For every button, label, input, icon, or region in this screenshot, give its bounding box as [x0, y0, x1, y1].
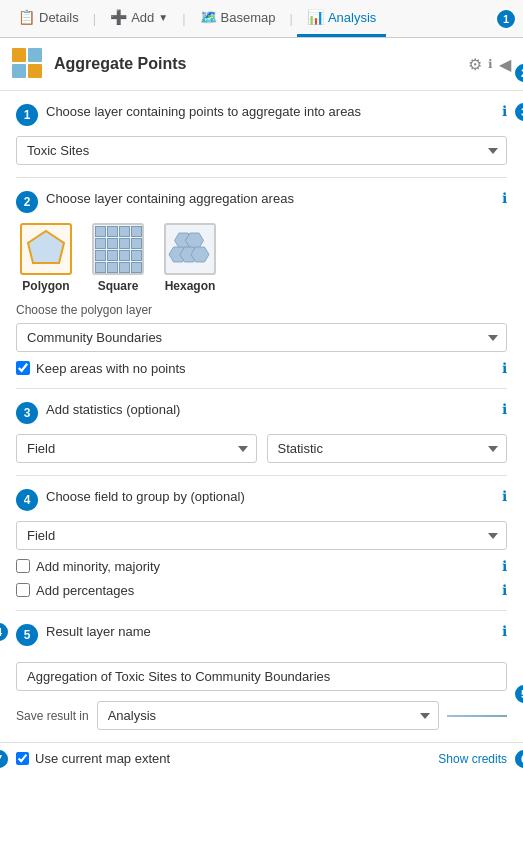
step5-text: Result layer name: [46, 623, 151, 641]
minority-label: Add minority, majority: [36, 559, 160, 574]
back-button[interactable]: ◀: [499, 55, 511, 74]
square-label: Square: [98, 279, 139, 293]
show-credits-link[interactable]: Show credits: [438, 752, 507, 766]
badge-1: 1: [495, 8, 517, 30]
basemap-label: Basemap: [221, 10, 276, 25]
header-actions: ⚙ ℹ ◀: [468, 55, 511, 74]
step2-badge: 2: [16, 191, 38, 213]
step4-info-icon[interactable]: ℹ: [502, 488, 507, 504]
step4-badge: 4: [16, 489, 38, 511]
keep-areas-checkbox[interactable]: [16, 361, 30, 375]
step2-text: Choose layer containing aggregation area…: [46, 190, 294, 208]
percentages-label: Add percentages: [36, 583, 134, 598]
statistic-dropdown[interactable]: Statistic: [267, 434, 508, 463]
section-step1: 1 Choose layer containing points to aggr…: [0, 91, 523, 177]
badge-right-5: 5: [513, 683, 523, 705]
save-dropdown[interactable]: Analysis: [97, 701, 439, 730]
field-dropdown[interactable]: Field: [16, 434, 257, 463]
step3-dropdowns: Field Statistic: [16, 434, 507, 463]
svg-marker-6: [186, 233, 204, 248]
top-nav: 📋 Details | ➕ Add ▼ | 🗺️ Basemap | 📊 Ana…: [0, 0, 523, 38]
save-row: Save result in Analysis: [16, 701, 507, 730]
svg-rect-0: [12, 48, 26, 62]
section-step5: 5 Result layer name ℹ Save result in Ana…: [0, 611, 523, 742]
add-label: Add: [131, 10, 154, 25]
step3-badge: 3: [16, 402, 38, 424]
badge-3: 3: [513, 101, 523, 123]
agg-icons-row: Polygon Square: [16, 223, 507, 293]
step1-dropdown-wrapper: Toxic Sites: [16, 136, 507, 165]
step5-info-icon[interactable]: ℹ: [502, 623, 507, 639]
polygon-option[interactable]: Polygon: [20, 223, 72, 293]
bottom-bar: Use current map extent Show credits 7 6: [0, 742, 523, 774]
percentages-row: Add percentages ℹ: [16, 582, 507, 598]
header-info-icon[interactable]: ℹ: [488, 57, 493, 71]
step2-dropdown[interactable]: Community Boundaries: [16, 323, 507, 352]
percentages-checkbox[interactable]: [16, 583, 30, 597]
step3-text: Add statistics (optional): [46, 401, 180, 419]
keep-areas-info-icon[interactable]: ℹ: [502, 360, 507, 376]
keep-areas-label: Keep areas with no points: [36, 361, 186, 376]
statistic-dropdown-wrapper: Statistic: [267, 434, 508, 463]
step2-info-icon[interactable]: ℹ: [502, 190, 507, 206]
panel-icon: [12, 48, 44, 80]
step1-dropdown[interactable]: Toxic Sites: [16, 136, 507, 165]
analysis-label: Analysis: [328, 10, 376, 25]
section-step2: 2 Choose layer containing aggregation ar…: [0, 178, 523, 388]
minority-info-icon[interactable]: ℹ: [502, 558, 507, 574]
svg-marker-4: [28, 231, 64, 263]
minority-row: Add minority, majority ℹ: [16, 558, 507, 574]
svg-marker-9: [191, 247, 209, 262]
svg-rect-3: [28, 64, 42, 78]
percentages-info-icon[interactable]: ℹ: [502, 582, 507, 598]
step4-text: Choose field to group by (optional): [46, 488, 245, 506]
details-label: Details: [39, 10, 79, 25]
badge-left-7: 7: [0, 748, 10, 770]
step5-badge: 5: [16, 624, 38, 646]
save-line-decoration: [447, 715, 507, 717]
step2-dropdown-wrapper: Community Boundaries: [16, 323, 507, 352]
use-extent-checkbox[interactable]: [16, 752, 29, 765]
save-dropdown-wrapper: Analysis: [97, 701, 439, 730]
analysis-icon: 📊: [307, 9, 324, 25]
result-name-input[interactable]: [16, 662, 507, 691]
nav-analysis[interactable]: 📊 Analysis: [297, 0, 386, 37]
svg-rect-1: [28, 48, 42, 62]
polygon-label: Polygon: [22, 279, 69, 293]
badge-right-6: 6: [513, 748, 523, 770]
details-icon: 📋: [18, 9, 35, 25]
add-icon: ➕: [110, 9, 127, 25]
hexagon-icon-box: [164, 223, 216, 275]
keep-areas-row: Keep areas with no points ℹ: [16, 360, 507, 376]
save-label: Save result in: [16, 709, 89, 723]
step3-info-icon[interactable]: ℹ: [502, 401, 507, 417]
square-grid: [95, 226, 142, 273]
section-step4: 4 Choose field to group by (optional) ℹ …: [0, 476, 523, 610]
polygon-sublabel: Choose the polygon layer: [16, 303, 507, 317]
panel-title: Aggregate Points: [54, 55, 468, 73]
badge-2: 2: [513, 62, 523, 84]
badge-left-4: 4: [0, 621, 10, 643]
nav-basemap[interactable]: 🗺️ Basemap: [190, 0, 286, 37]
step1-badge: 1: [16, 104, 38, 126]
basemap-icon: 🗺️: [200, 9, 217, 25]
nav-details[interactable]: 📋 Details: [8, 0, 89, 37]
group-field-dropdown-wrapper: Field: [16, 521, 507, 550]
svg-rect-2: [12, 64, 26, 78]
hexagon-option[interactable]: Hexagon: [164, 223, 216, 293]
add-dropdown-arrow: ▼: [158, 12, 168, 23]
square-option[interactable]: Square: [92, 223, 144, 293]
use-extent-row: Use current map extent: [16, 751, 170, 766]
hexagon-label: Hexagon: [165, 279, 216, 293]
panel-header: Aggregate Points ⚙ ℹ ◀ 2: [0, 38, 523, 91]
nav-add[interactable]: ➕ Add ▼: [100, 0, 178, 37]
minority-checkbox[interactable]: [16, 559, 30, 573]
polygon-icon-box: [20, 223, 72, 275]
settings-button[interactable]: ⚙: [468, 55, 482, 74]
field-dropdown-wrapper: Field: [16, 434, 257, 463]
step1-text: Choose layer containing points to aggreg…: [46, 103, 361, 121]
step1-info-icon[interactable]: ℹ: [502, 103, 507, 119]
use-extent-label: Use current map extent: [35, 751, 170, 766]
group-field-dropdown[interactable]: Field: [16, 521, 507, 550]
square-icon-box: [92, 223, 144, 275]
